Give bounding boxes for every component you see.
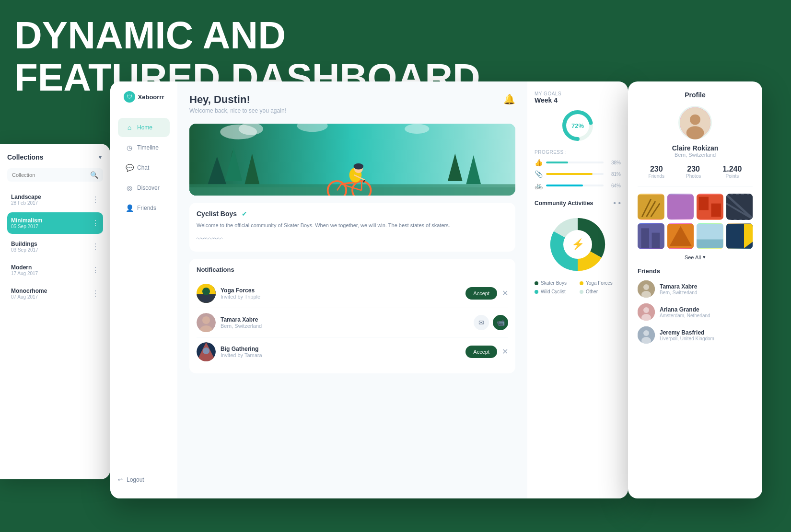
photo-cell-8[interactable] bbox=[726, 223, 753, 249]
svg-point-62 bbox=[643, 284, 649, 290]
sidebar-item-chat[interactable]: 💬 Chat bbox=[118, 158, 170, 177]
more-icon[interactable]: ⋮ bbox=[92, 219, 99, 228]
svg-rect-48 bbox=[711, 204, 721, 217]
notification-item-gathering: Big Gathering Invited by Tamara Accept ✕ bbox=[197, 337, 508, 366]
photo-cell-1[interactable] bbox=[638, 194, 664, 220]
sidebar-item-home[interactable]: ⌂ Home bbox=[118, 118, 170, 137]
nav-items: ⌂ Home◷ Timeline💬 Chat◎ Discover👤 Friend… bbox=[110, 117, 177, 219]
profile-avatar bbox=[678, 106, 712, 139]
friend-item-1: Ariana Grande Amsterdam, Netherland bbox=[638, 303, 753, 321]
friends-icon: 👤 bbox=[126, 204, 133, 212]
svg-rect-41 bbox=[638, 195, 664, 219]
dashboard-card: 🛡 Xeboorrr ⌂ Home◷ Timeline💬 Chat◎ Disco… bbox=[110, 81, 628, 498]
collection-item-buildings[interactable]: Buildings 03 Sep 2017 ⋮ bbox=[7, 236, 103, 257]
collection-search-bar[interactable]: 🔍 bbox=[7, 168, 103, 182]
shield-icon: 🛡 bbox=[127, 93, 132, 100]
friend-avatar-0 bbox=[638, 280, 655, 298]
message-icon[interactable]: ✉ bbox=[474, 315, 489, 330]
sidebar-item-discover[interactable]: ◎ Discover bbox=[118, 178, 170, 197]
photo-cell-7[interactable] bbox=[697, 223, 723, 249]
goals-section: My Goals Week 4 72% Progress : 👍 38%📎 81… bbox=[535, 91, 621, 189]
collection-item-landscape[interactable]: Landscape 28 Feb 2017 ⋮ bbox=[7, 189, 103, 210]
accept-button[interactable]: Accept bbox=[465, 346, 497, 358]
svg-point-21 bbox=[354, 163, 364, 170]
collections-dropdown-icon[interactable]: ▼ bbox=[97, 154, 103, 161]
see-all-button[interactable]: See All ▾ bbox=[638, 254, 753, 260]
photo-cell-6[interactable] bbox=[667, 223, 694, 249]
sidebar-item-timeline[interactable]: ◷ Timeline bbox=[118, 138, 170, 157]
home-icon: ⌂ bbox=[126, 124, 133, 131]
progress-icon-1: 📎 bbox=[535, 170, 542, 178]
photo-cell-2[interactable] bbox=[667, 194, 694, 220]
svg-point-32 bbox=[203, 347, 209, 354]
collection-item-minimalism[interactable]: Minimalism 05 Sep 2017 ⋮ bbox=[7, 212, 103, 234]
profile-stat-friends: 230 Friends bbox=[649, 165, 664, 179]
more-icon[interactable]: ⋮ bbox=[92, 289, 99, 298]
legend-item-other: Other bbox=[580, 289, 621, 294]
decline-button[interactable]: ✕ bbox=[502, 347, 508, 356]
sidebar: 🛡 Xeboorrr ⌂ Home◷ Timeline💬 Chat◎ Disco… bbox=[110, 81, 177, 498]
nav-label-chat: Chat bbox=[137, 164, 149, 171]
profile-location: Bern, Switzerland bbox=[638, 152, 753, 158]
progress-label: Progress : bbox=[535, 150, 621, 155]
activities-menu-icon[interactable]: • • bbox=[613, 199, 621, 208]
goals-label: My Goals bbox=[535, 91, 621, 96]
friend-avatar-2 bbox=[638, 326, 655, 344]
activities-legend: Skater Boys Yoga Forces Wild Cyclist Oth… bbox=[535, 280, 621, 296]
friend-info-0: Tamara Xabre Bern, Switzerland bbox=[660, 283, 698, 295]
goals-donut-chart: 72% bbox=[561, 109, 594, 142]
collection-search-input[interactable] bbox=[12, 172, 87, 178]
photo-cell-3[interactable] bbox=[697, 194, 723, 220]
profile-panel: Profile Claire Rokizan Bern, Switzerland… bbox=[628, 81, 762, 498]
legend-item-wild-cyclist: Wild Cyclist bbox=[535, 289, 576, 294]
more-icon[interactable]: ⋮ bbox=[92, 242, 99, 251]
collection-item-monocrhome[interactable]: Monocrhome 07 Aug 2017 ⋮ bbox=[7, 283, 103, 304]
notifications-list: Yoga Forces Invited by Tripple Accept ✕ … bbox=[197, 279, 508, 366]
notif-avatar-yoga bbox=[197, 284, 216, 303]
more-icon[interactable]: ⋮ bbox=[92, 195, 99, 204]
notif-avatar-gathering bbox=[197, 342, 216, 361]
goals-week: Week 4 bbox=[535, 96, 621, 104]
progress-bar-2 bbox=[546, 185, 604, 186]
notif-info-tamara: Tamara Xabre Bern, Switzerland bbox=[221, 316, 469, 329]
legend-item-yoga-forces: Yoga Forces bbox=[580, 280, 621, 286]
photo-grid bbox=[638, 194, 753, 249]
nav-label-home: Home bbox=[137, 124, 152, 131]
logout-button[interactable]: ↩ Logout bbox=[110, 471, 177, 489]
collections-panel: Collections ▼ 🔍 Landscape 28 Feb 2017 ⋮ … bbox=[0, 144, 110, 479]
logout-label: Logout bbox=[127, 476, 144, 483]
svg-rect-58 bbox=[697, 239, 723, 248]
friend-info-2: Jeremy Basfried Liverpoll, United Kingdo… bbox=[660, 329, 714, 341]
logout-icon: ↩ bbox=[118, 476, 123, 483]
progress-item-0: 👍 38% bbox=[535, 159, 621, 166]
photo-cell-4[interactable] bbox=[726, 194, 753, 220]
legend-dot bbox=[580, 290, 583, 294]
progress-item-2: 🚲 64% bbox=[535, 182, 621, 189]
progress-items: 👍 38%📎 81%🚲 64% bbox=[535, 159, 621, 189]
hero-banner bbox=[189, 124, 515, 196]
notification-bell-icon[interactable]: 🔔 bbox=[503, 93, 515, 105]
collection-item-modern[interactable]: Modern 17 Aug 2017 ⋮ bbox=[7, 259, 103, 281]
video-icon[interactable]: 📹 bbox=[493, 315, 508, 330]
activities-title: Community Activities bbox=[535, 200, 593, 207]
wave-icon: 〰〰〰 bbox=[197, 234, 508, 244]
right-panel: My Goals Week 4 72% Progress : 👍 38%📎 81… bbox=[527, 81, 628, 498]
decline-button[interactable]: ✕ bbox=[502, 289, 508, 298]
legend-dot bbox=[535, 281, 538, 285]
notification-item-tamara: Tamara Xabre Bern, Switzerland ✉ 📹 bbox=[197, 308, 508, 337]
photo-cell-5[interactable] bbox=[638, 223, 664, 249]
svg-text:⚡: ⚡ bbox=[571, 238, 585, 251]
svg-rect-47 bbox=[699, 197, 709, 210]
timeline-icon: ◷ bbox=[126, 144, 133, 151]
activities-section: Community Activities • • bbox=[535, 199, 621, 296]
community-description: Welcome to the official community of Ska… bbox=[197, 221, 508, 230]
notification-item-yoga: Yoga Forces Invited by Tripple Accept ✕ bbox=[197, 279, 508, 308]
collections-title: Collections bbox=[7, 153, 43, 161]
accept-button[interactable]: Accept bbox=[465, 287, 497, 300]
notifications-section: Notifications Yoga Forces Invited by Tri… bbox=[189, 259, 515, 373]
legend-dot bbox=[580, 281, 583, 285]
friend-item-2: Jeremy Basfried Liverpoll, United Kingdo… bbox=[638, 326, 753, 344]
sidebar-item-friends[interactable]: 👤 Friends bbox=[118, 198, 170, 218]
svg-point-68 bbox=[643, 330, 649, 336]
more-icon[interactable]: ⋮ bbox=[92, 266, 99, 275]
